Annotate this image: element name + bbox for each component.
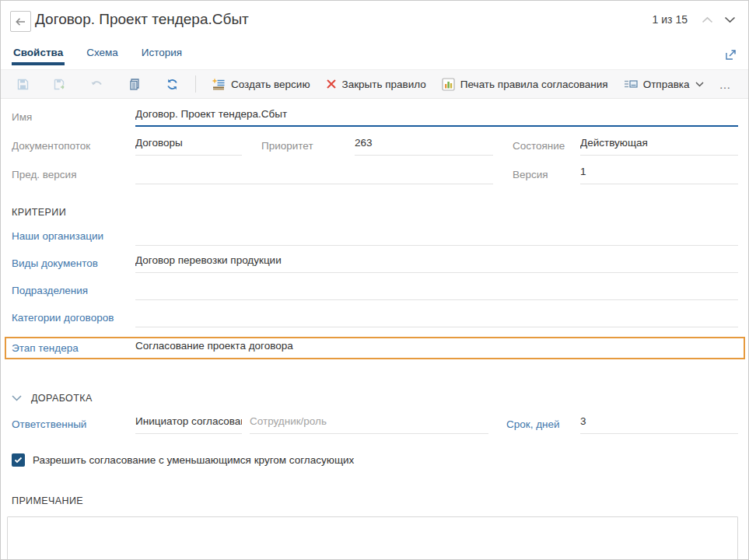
document-card-window: Договор. Проект тендера.Сбыт 1 из 15 Сво… xyxy=(0,0,749,560)
rework-title: ДОРАБОТКА xyxy=(31,393,93,404)
criteria-section-header: КРИТЕРИИ xyxy=(12,207,738,218)
refresh-button[interactable] xyxy=(156,72,187,96)
flow-input[interactable]: Договоры xyxy=(135,137,242,156)
flow-label: Документопоток xyxy=(12,140,135,156)
create-version-label: Создать версию xyxy=(231,79,310,90)
field-row-doc-kinds: Виды документов Договор перевозки продук… xyxy=(12,254,738,273)
section-chevron-down-icon xyxy=(12,395,22,401)
print-rule-button[interactable]: Печать правила согласования xyxy=(434,74,616,95)
tab-history[interactable]: История xyxy=(140,44,184,65)
prev-version-label: Пред. версия xyxy=(12,169,135,184)
priority-label: Приоритет xyxy=(261,140,355,156)
open-in-window-button[interactable] xyxy=(723,47,739,63)
popout-icon xyxy=(724,48,737,61)
checkmark-icon xyxy=(14,457,23,464)
name-input[interactable]: Договор. Проект тендера.Сбыт xyxy=(135,108,738,127)
create-version-icon xyxy=(212,78,226,91)
send-chevron-down-icon xyxy=(695,82,704,87)
prev-version-input[interactable] xyxy=(135,166,493,184)
send-button[interactable]: Отправка xyxy=(616,75,712,94)
version-label: Версия xyxy=(513,169,580,184)
record-pager: 1 из 15 xyxy=(653,13,737,26)
rework-collapse-button[interactable] xyxy=(12,395,22,401)
toolbar: Создать версию Закрыть правило Печать пр… xyxy=(1,69,748,99)
doc-kinds-input[interactable]: Договор перевозки продукции xyxy=(135,254,738,273)
close-rule-label: Закрыть правило xyxy=(342,79,426,90)
tender-stage-highlight-box: Этап тендера Согласование проекта догово… xyxy=(5,337,745,359)
state-label: Состояние xyxy=(513,140,580,156)
field-row-prev-version: Пред. версия Версия 1 xyxy=(12,166,738,184)
rework-section-header: ДОРАБОТКА xyxy=(12,393,738,404)
name-label: Имя xyxy=(12,111,135,127)
departments-input[interactable] xyxy=(135,282,738,300)
close-rule-button[interactable]: Закрыть правило xyxy=(318,75,434,94)
departments-label[interactable]: Подразделения xyxy=(12,285,135,300)
tender-stage-label[interactable]: Этап тендера xyxy=(12,342,135,356)
send-list-icon xyxy=(624,79,638,89)
tender-stage-input[interactable]: Согласование проекта договора xyxy=(135,340,738,356)
toolbar-more-button[interactable]: … xyxy=(712,75,740,94)
contract-categories-label[interactable]: Категории договоров xyxy=(12,312,135,327)
save-close-icon xyxy=(53,78,67,91)
arrow-left-icon xyxy=(15,17,26,26)
header: Договор. Проект тендера.Сбыт 1 из 15 xyxy=(1,1,748,44)
tab-scheme[interactable]: Схема xyxy=(85,44,120,65)
pager-position: 1 из 15 xyxy=(653,13,688,26)
state-input[interactable]: Действующая xyxy=(580,137,738,156)
pager-next-button[interactable] xyxy=(723,15,737,25)
checkbox-label: Разрешить согласование с уменьшающимся к… xyxy=(33,454,354,466)
doc-kinds-label[interactable]: Виды документов xyxy=(12,257,135,273)
note-title: ПРИМЕЧАНИЕ xyxy=(12,495,83,506)
deadline-input[interactable]: 3 xyxy=(580,415,738,434)
save-and-close-button[interactable] xyxy=(44,72,75,96)
chevron-down-icon xyxy=(724,16,736,23)
print-rule-label: Печать правила согласования xyxy=(460,79,608,90)
create-version-button[interactable]: Создать версию xyxy=(204,74,318,95)
field-row-responsible: Ответственный Инициатор согласования Сот… xyxy=(12,415,738,434)
note-section-header: ПРИМЕЧАНИЕ xyxy=(12,495,738,506)
save-button[interactable] xyxy=(7,72,38,96)
copy-icon xyxy=(128,78,142,91)
undo-icon xyxy=(90,79,104,89)
our-orgs-input[interactable] xyxy=(135,227,738,246)
employee-role-input[interactable]: Сотрудник/роль xyxy=(250,415,488,434)
refresh-icon xyxy=(166,78,179,91)
properties-form: Имя Договор. Проект тендера.Сбыт Докумен… xyxy=(1,108,748,560)
version-input[interactable]: 1 xyxy=(580,166,738,184)
chevron-up-icon xyxy=(702,16,713,23)
back-button[interactable] xyxy=(10,11,31,32)
save-icon xyxy=(16,78,30,91)
close-x-icon xyxy=(326,79,337,89)
field-row-our-orgs: Наши организации xyxy=(12,227,738,246)
priority-input[interactable]: 263 xyxy=(355,137,493,156)
tab-properties[interactable]: Свойства xyxy=(12,44,65,65)
undo-button[interactable] xyxy=(82,72,113,96)
checkbox-checked[interactable] xyxy=(12,453,25,467)
note-textarea[interactable] xyxy=(7,516,738,560)
tab-bar: Свойства Схема История xyxy=(1,44,748,69)
criteria-title: КРИТЕРИИ xyxy=(12,207,66,218)
contract-categories-input[interactable] xyxy=(135,309,738,327)
bar-chart-icon xyxy=(442,78,455,91)
responsible-input[interactable]: Инициатор согласования xyxy=(135,415,242,434)
shrinking-circle-checkbox-row[interactable]: Разрешить согласование с уменьшающимся к… xyxy=(12,453,738,467)
pager-prev-button[interactable] xyxy=(700,15,715,25)
field-row-departments: Подразделения xyxy=(12,282,738,300)
deadline-label[interactable]: Срок, дней xyxy=(506,418,580,434)
field-row-contract-categories: Категории договоров xyxy=(12,309,738,327)
send-label: Отправка xyxy=(643,79,690,90)
field-row-flow: Документопоток Договоры Приоритет 263 Со… xyxy=(12,137,738,156)
our-orgs-label[interactable]: Наши организации xyxy=(12,230,135,246)
field-row-name: Имя Договор. Проект тендера.Сбыт xyxy=(12,108,738,127)
copy-button[interactable] xyxy=(119,72,150,96)
toolbar-separator xyxy=(195,75,196,93)
responsible-label[interactable]: Ответственный xyxy=(12,418,135,434)
page-title: Договор. Проект тендера.Сбыт xyxy=(35,11,249,28)
